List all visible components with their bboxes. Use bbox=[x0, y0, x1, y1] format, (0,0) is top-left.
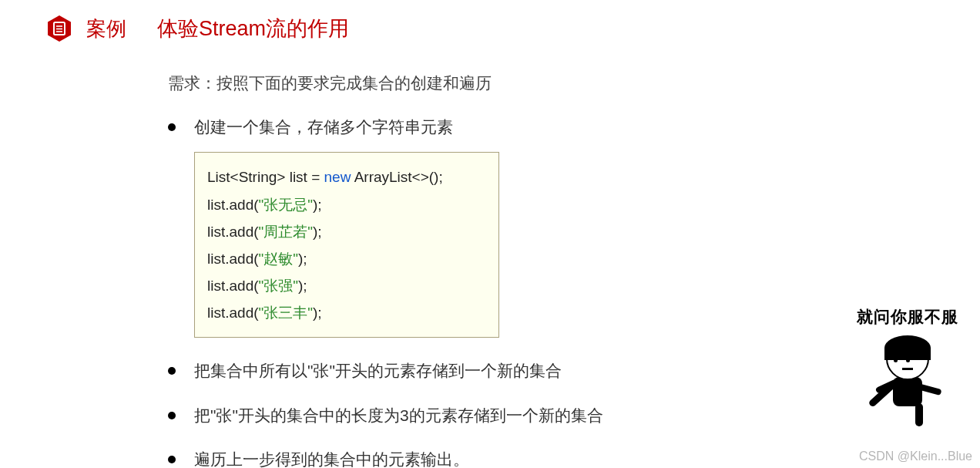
code-line: list.add("张无忌"); bbox=[207, 191, 486, 218]
code-snippet: List<String> list = new ArrayList<>(); l… bbox=[194, 152, 499, 338]
code-line: List<String> list = new ArrayList<>(); bbox=[207, 163, 486, 190]
requirement-text: 需求：按照下面的要求完成集合的创建和遍历 bbox=[168, 72, 980, 94]
list-item: 遍历上一步得到的集合中的元素输出。 bbox=[168, 448, 980, 468]
case-badge-label: 案例 bbox=[86, 15, 126, 42]
header-row: 案例 体验Stream流的作用 bbox=[0, 0, 980, 43]
list-item: 创建一个集合，存储多个字符串元素 List<String> list = new… bbox=[168, 116, 980, 338]
list-item-text: 创建一个集合，存储多个字符串元素 bbox=[194, 118, 453, 136]
list-item-text: 把集合中所有以"张"开头的元素存储到一个新的集合 bbox=[194, 362, 562, 379]
page-title: 体验Stream流的作用 bbox=[157, 15, 349, 42]
code-line: list.add("张强"); bbox=[207, 272, 486, 299]
code-line: list.add("周芷若"); bbox=[207, 218, 486, 245]
code-line: list.add("赵敏"); bbox=[207, 245, 486, 272]
meme-caption: 就问你服不服 bbox=[857, 306, 958, 328]
meme-figure-icon bbox=[861, 335, 954, 428]
meme-sticker: 就问你服不服 bbox=[857, 306, 958, 428]
case-hexagon-icon bbox=[45, 14, 74, 43]
watermark: CSDN @Klein...Blue bbox=[859, 449, 972, 463]
list-item-text: 遍历上一步得到的集合中的元素输出。 bbox=[194, 450, 469, 468]
list-item-text: 把"张"开头的集合中的长度为3的元素存储到一个新的集合 bbox=[194, 406, 603, 424]
code-line: list.add("张三丰"); bbox=[207, 299, 486, 326]
